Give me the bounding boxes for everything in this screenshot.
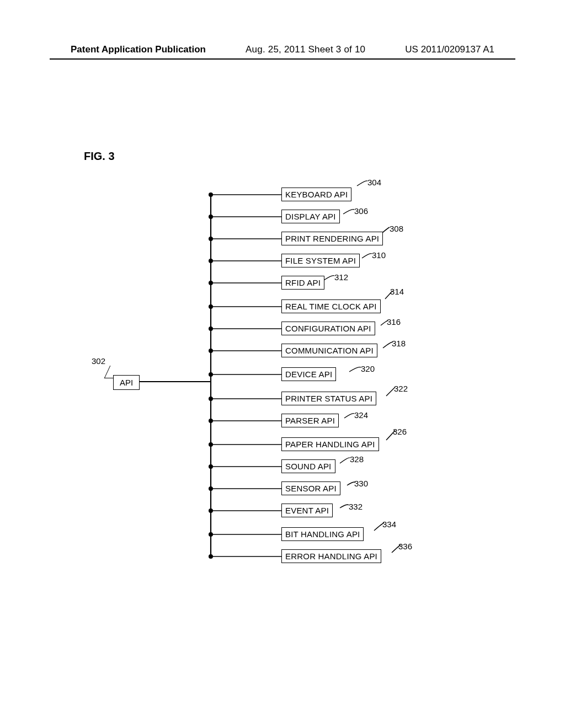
- ref-number: 308: [390, 224, 403, 233]
- ref-number: 304: [367, 178, 381, 187]
- ref-number: 328: [350, 454, 364, 464]
- ref-number: 326: [393, 427, 407, 436]
- ref-number: 316: [387, 317, 401, 326]
- svg-point-11: [209, 281, 213, 285]
- header-date-sheet: Aug. 25, 2011 Sheet 3 of 10: [246, 44, 365, 55]
- api-box: RFID API: [281, 276, 324, 290]
- api-box: PAPER HANDLING API: [281, 437, 379, 451]
- svg-point-13: [209, 304, 213, 309]
- svg-point-17: [209, 349, 213, 353]
- ref-number: 334: [382, 520, 396, 529]
- svg-point-33: [209, 532, 213, 537]
- api-box: FILE SYSTEM API: [281, 254, 360, 267]
- svg-point-19: [209, 372, 213, 377]
- ref-number: 332: [349, 502, 363, 511]
- svg-point-35: [209, 554, 213, 559]
- api-box: DEVICE API: [281, 367, 336, 381]
- patent-page: Patent Application Publication Aug. 25, …: [0, 0, 565, 728]
- ref-number: 320: [361, 364, 375, 373]
- api-box: BIT HANDLING API: [281, 527, 364, 541]
- svg-point-21: [209, 397, 213, 401]
- api-box: PARSER API: [281, 414, 339, 427]
- ref-number: 330: [354, 479, 368, 488]
- api-box: ERROR HANDLING API: [281, 549, 381, 563]
- header-publication: Patent Application Publication: [71, 44, 206, 55]
- svg-point-9: [209, 259, 213, 263]
- svg-point-15: [209, 326, 213, 331]
- api-box: SENSOR API: [281, 481, 340, 495]
- ref-number: 312: [334, 272, 348, 282]
- svg-point-7: [209, 237, 213, 241]
- api-box: PRINT RENDERING API: [281, 232, 383, 245]
- ref-number: 336: [398, 542, 412, 551]
- ref-number: 314: [390, 287, 404, 296]
- ref-number: 310: [372, 250, 386, 260]
- svg-point-25: [209, 442, 213, 447]
- api-box: EVENT API: [281, 504, 333, 517]
- ref-number: 318: [392, 339, 406, 348]
- header-rule: [50, 58, 515, 60]
- ref-number: 322: [394, 384, 408, 393]
- api-box: KEYBOARD API: [281, 188, 351, 201]
- svg-point-31: [209, 508, 213, 513]
- api-box: SOUND API: [281, 459, 335, 473]
- figure-label: FIG. 3: [84, 150, 115, 163]
- api-box: COMMUNICATION API: [281, 344, 377, 357]
- svg-point-23: [209, 419, 213, 423]
- ref-number: 324: [354, 410, 368, 420]
- ref-number: 306: [354, 206, 368, 216]
- svg-point-3: [209, 192, 213, 197]
- svg-point-5: [209, 215, 213, 219]
- svg-point-29: [209, 486, 213, 491]
- figure-3-diagram: 302 API KEYBOARD API304DISPLAY API306PRI…: [83, 176, 436, 574]
- page-header: Patent Application Publication Aug. 25, …: [0, 44, 565, 55]
- svg-point-27: [209, 464, 213, 469]
- header-pub-number: US 2011/0209137 A1: [405, 44, 494, 55]
- api-box: DISPLAY API: [281, 210, 340, 223]
- api-box: REAL TIME CLOCK API: [281, 299, 381, 313]
- api-box: CONFIGURATION API: [281, 322, 375, 335]
- api-box: PRINTER STATUS API: [281, 392, 376, 405]
